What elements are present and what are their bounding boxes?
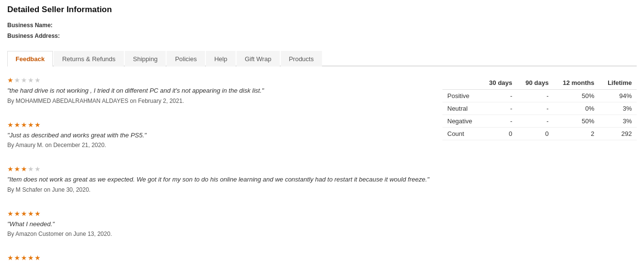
star-icon: ★ — [34, 76, 41, 84]
stats-cell-2-4: 3% — [599, 115, 637, 128]
stats-col-header-3: 12 months — [554, 76, 599, 90]
stats-cell-0-2: - — [517, 90, 554, 102]
stats-col-header-0 — [442, 76, 481, 90]
star-icon: ★ — [21, 76, 27, 84]
stats-cell-2-3: 50% — [554, 115, 599, 128]
review-stars-4: ★★★★★ — [7, 254, 433, 262]
review-author-3: By Amazon Customer on June 13, 2020. — [7, 231, 433, 237]
star-icon: ★ — [21, 165, 27, 173]
stats-col-header-4: Lifetime — [599, 76, 637, 90]
review-stars-3: ★★★★★ — [7, 210, 433, 217]
star-icon: ★ — [14, 165, 20, 173]
tabs-bar: FeedbackReturns & RefundsShippingPolicie… — [7, 51, 637, 66]
review-item-0: ★★★★★"the hard drive is not working , I … — [7, 76, 433, 110]
review-author-0: By MOHAMMED ABEDALRAHMAN ALDAYES on Febr… — [7, 98, 433, 104]
stats-row-3: Count002292 — [442, 128, 637, 140]
stats-cell-2-1: - — [481, 115, 517, 128]
business-address-label: Business Address: — [7, 31, 637, 42]
star-icon: ★ — [14, 76, 20, 84]
star-icon: ★ — [28, 254, 34, 262]
stats-row-0: Positive--50%94% — [442, 90, 637, 102]
review-author-1: By Amaury M. on December 21, 2020. — [7, 142, 433, 149]
business-name-label: Business Name: — [7, 20, 637, 31]
stats-body: Positive--50%94%Neutral--0%3%Negative--5… — [442, 90, 637, 140]
stats-cell-1-4: 3% — [599, 102, 637, 115]
review-item-4: ★★★★★"Bought this to be installed into a… — [7, 254, 433, 265]
star-icon: ★ — [21, 121, 27, 129]
tab-shipping[interactable]: Shipping — [125, 51, 166, 66]
star-icon: ★ — [34, 165, 41, 173]
star-icon: ★ — [34, 121, 41, 129]
stats-cell-2-2: - — [517, 115, 554, 128]
tab-feedback[interactable]: Feedback — [7, 51, 53, 66]
stats-cell-1-2: - — [517, 102, 554, 115]
review-text-1: "Just as described and works great with … — [7, 131, 433, 140]
star-icon: ★ — [28, 76, 34, 84]
tab-policies[interactable]: Policies — [167, 51, 205, 66]
review-stars-0: ★★★★★ — [7, 76, 433, 84]
stats-cell-3-0: Count — [442, 128, 481, 140]
stats-cell-3-1: 0 — [481, 128, 517, 140]
review-text-0: "the hard drive is not working , I tried… — [7, 86, 433, 96]
star-icon: ★ — [7, 210, 14, 217]
content-area: ★★★★★"the hard drive is not working , I … — [7, 66, 637, 265]
review-item-2: ★★★★★"Item does not work as great as we … — [7, 165, 433, 199]
star-icon: ★ — [7, 254, 14, 262]
star-icon: ★ — [14, 121, 20, 129]
tab-returns[interactable]: Returns & Refunds — [54, 51, 124, 66]
stats-cell-1-3: 0% — [554, 102, 599, 115]
stats-cell-2-0: Negative — [442, 115, 481, 128]
review-item-3: ★★★★★"What I needed."By Amazon Customer … — [7, 210, 433, 244]
star-icon: ★ — [34, 254, 41, 262]
star-icon: ★ — [14, 254, 20, 262]
stats-cell-1-0: Neutral — [442, 102, 481, 115]
review-item-1: ★★★★★"Just as described and works great … — [7, 121, 433, 155]
review-text-3: "What I needed." — [7, 219, 433, 229]
tab-help[interactable]: Help — [206, 51, 236, 66]
review-author-2: By M Schafer on June 30, 2020. — [7, 186, 433, 193]
stats-cell-0-3: 50% — [554, 90, 599, 102]
star-icon: ★ — [14, 210, 20, 217]
stats-cell-3-2: 0 — [517, 128, 554, 140]
stats-cell-0-1: - — [481, 90, 517, 102]
review-stars-2: ★★★★★ — [7, 165, 433, 173]
stats-cell-0-0: Positive — [442, 90, 481, 102]
business-info: Business Name: Business Address: — [7, 20, 637, 41]
reviews-section: ★★★★★"the hard drive is not working , I … — [7, 76, 433, 265]
tab-giftwrap[interactable]: Gift Wrap — [237, 51, 280, 66]
stats-row-1: Neutral--0%3% — [442, 102, 637, 115]
star-icon: ★ — [21, 254, 27, 262]
star-icon: ★ — [7, 121, 14, 129]
stats-row-2: Negative--50%3% — [442, 115, 637, 128]
stats-table-container: 30 days90 days12 monthsLifetime Positive… — [442, 76, 637, 265]
tab-products[interactable]: Products — [281, 51, 322, 66]
stats-cell-0-4: 94% — [599, 90, 637, 102]
stats-header-row: 30 days90 days12 monthsLifetime — [442, 76, 637, 90]
stats-cell-3-4: 292 — [599, 128, 637, 140]
stats-cell-1-1: - — [481, 102, 517, 115]
star-icon: ★ — [28, 121, 34, 129]
star-icon: ★ — [28, 165, 34, 173]
stats-table: 30 days90 days12 monthsLifetime Positive… — [442, 76, 637, 140]
review-stars-1: ★★★★★ — [7, 121, 433, 129]
star-icon: ★ — [7, 165, 14, 173]
page-title: Detailed Seller Information — [7, 5, 637, 15]
review-text-2: "Item does not work as great as we expec… — [7, 175, 433, 184]
stats-cell-3-3: 2 — [554, 128, 599, 140]
page-container: Detailed Seller Information Business Nam… — [0, 0, 644, 265]
star-icon: ★ — [34, 210, 41, 217]
stats-col-header-1: 30 days — [481, 76, 517, 90]
star-icon: ★ — [21, 210, 27, 217]
star-icon: ★ — [7, 76, 14, 84]
stats-col-header-2: 90 days — [517, 76, 554, 90]
star-icon: ★ — [28, 210, 34, 217]
